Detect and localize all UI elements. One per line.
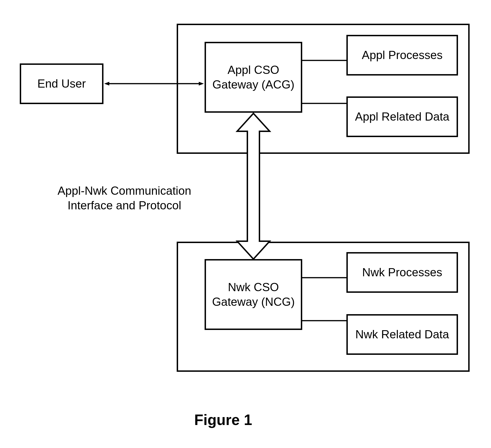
interface-label-line1: Appl-Nwk Communication — [52, 184, 197, 198]
appl-related-data-label: Appl Related Data — [355, 110, 449, 124]
nwk-related-data-label: Nwk Related Data — [356, 327, 449, 342]
end-user-label: End User — [38, 76, 86, 91]
interface-label-line2: Interface and Protocol — [52, 198, 197, 213]
nwk-processes-label: Nwk Processes — [362, 265, 442, 280]
diagram-canvas: End User Appl CSO Gateway (ACG) Appl Pro… — [0, 0, 491, 448]
nwk-processes-box: Nwk Processes — [346, 252, 458, 293]
appl-processes-label: Appl Processes — [362, 48, 442, 63]
acg-label: Appl CSO Gateway (ACG) — [208, 63, 299, 92]
interface-label: Appl-Nwk Communication Interface and Pro… — [52, 184, 197, 213]
figure-caption-text: Figure 1 — [194, 411, 252, 428]
nwk-related-data-box: Nwk Related Data — [346, 314, 458, 355]
end-user-box: End User — [20, 64, 104, 104]
acg-box: Appl CSO Gateway (ACG) — [205, 42, 302, 113]
ncg-label: Nwk CSO Gateway (NCG) — [208, 280, 299, 309]
figure-caption: Figure 1 — [177, 411, 270, 429]
ncg-box: Nwk CSO Gateway (NCG) — [205, 259, 302, 330]
svg-marker-1 — [104, 82, 109, 85]
appl-processes-box: Appl Processes — [346, 35, 458, 75]
appl-related-data-box: Appl Related Data — [346, 96, 458, 137]
